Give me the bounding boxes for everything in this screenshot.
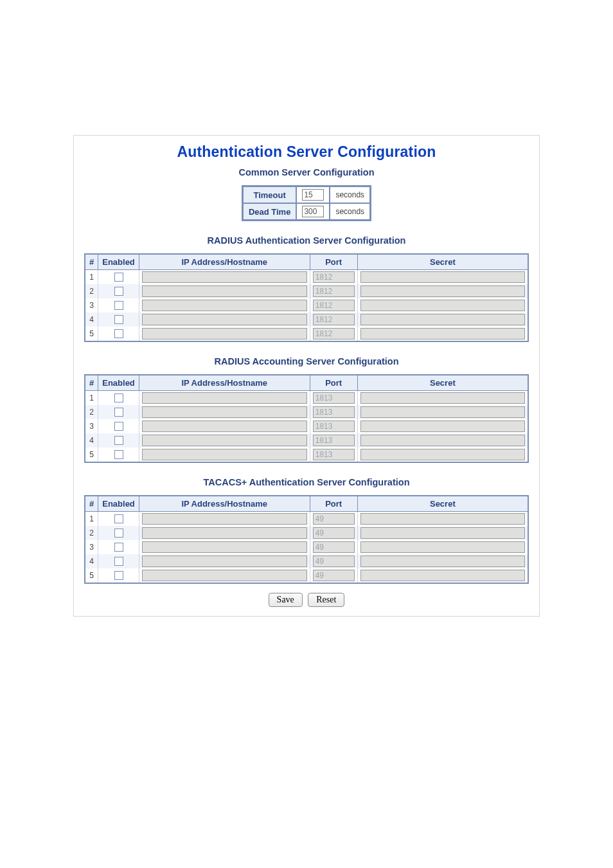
host-input[interactable] — [142, 285, 307, 297]
host-input[interactable] — [142, 300, 307, 311]
secret-input[interactable] — [360, 314, 525, 325]
port-input[interactable] — [313, 449, 355, 460]
tacacs_auth-title: TACACS+ Authentication Server Configurat… — [84, 477, 529, 487]
row-host-cell — [139, 270, 310, 284]
port-input[interactable] — [313, 541, 355, 553]
row-secret-cell — [358, 554, 528, 568]
common-row-unit: seconds — [330, 203, 370, 220]
host-input[interactable] — [142, 449, 307, 460]
port-input[interactable] — [313, 406, 355, 418]
row-enabled-cell — [98, 284, 139, 298]
secret-input[interactable] — [360, 392, 525, 404]
host-input[interactable] — [142, 406, 307, 418]
host-input[interactable] — [142, 420, 307, 432]
secret-input[interactable] — [360, 300, 525, 311]
host-input[interactable] — [142, 570, 307, 581]
enabled-checkbox[interactable] — [114, 301, 123, 310]
row-secret-cell — [358, 540, 528, 554]
host-input[interactable] — [142, 513, 307, 525]
secret-input[interactable] — [360, 449, 525, 460]
radius_auth-title: RADIUS Authentication Server Configurati… — [84, 235, 529, 246]
reset-button[interactable]: Reset — [308, 593, 344, 607]
host-input[interactable] — [142, 541, 307, 553]
host-input[interactable] — [142, 556, 307, 567]
secret-input[interactable] — [360, 527, 525, 539]
port-input[interactable] — [313, 300, 355, 311]
enabled-checkbox[interactable] — [114, 514, 123, 523]
row-port-cell — [310, 298, 358, 312]
enabled-checkbox[interactable] — [114, 571, 123, 580]
common-row: Timeoutseconds — [243, 186, 370, 203]
secret-input[interactable] — [360, 328, 525, 339]
enabled-checkbox[interactable] — [114, 450, 123, 459]
row-host-cell — [139, 284, 310, 298]
port-input[interactable] — [313, 527, 355, 539]
host-input[interactable] — [142, 392, 307, 404]
enabled-checkbox[interactable] — [114, 529, 123, 538]
common-value-input[interactable] — [302, 189, 324, 201]
row-port-cell — [310, 312, 358, 327]
table-row: 2 — [85, 526, 528, 540]
secret-input[interactable] — [360, 570, 525, 581]
port-input[interactable] — [313, 285, 355, 297]
table-row: 5 — [85, 568, 528, 583]
enabled-checkbox[interactable] — [114, 287, 123, 296]
row-index: 2 — [85, 526, 98, 540]
secret-input[interactable] — [360, 513, 525, 525]
row-enabled-cell — [98, 298, 139, 312]
port-input[interactable] — [313, 271, 355, 283]
table-row: 5 — [85, 448, 528, 462]
row-host-cell — [139, 554, 310, 568]
row-index: 3 — [85, 540, 98, 554]
table-row: 5 — [85, 327, 528, 341]
row-port-cell — [310, 526, 358, 540]
port-input[interactable] — [313, 314, 355, 325]
enabled-checkbox[interactable] — [114, 422, 123, 431]
host-input[interactable] — [142, 314, 307, 325]
enabled-checkbox[interactable] — [114, 557, 123, 566]
row-host-cell — [139, 298, 310, 312]
port-input[interactable] — [313, 570, 355, 581]
secret-input[interactable] — [360, 285, 525, 297]
col-host-header: IP Address/Hostname — [139, 496, 310, 512]
port-input[interactable] — [313, 556, 355, 567]
enabled-checkbox[interactable] — [114, 543, 123, 552]
port-input[interactable] — [313, 328, 355, 339]
radius_acct-title: RADIUS Accounting Server Configuration — [84, 356, 529, 366]
col-enabled-header: Enabled — [98, 375, 139, 391]
col-enabled-header: Enabled — [98, 496, 139, 512]
enabled-checkbox[interactable] — [114, 393, 123, 402]
row-enabled-cell — [98, 270, 139, 284]
row-secret-cell — [358, 312, 528, 327]
enabled-checkbox[interactable] — [114, 408, 123, 417]
common-row-unit: seconds — [330, 186, 370, 203]
row-port-cell — [310, 270, 358, 284]
host-input[interactable] — [142, 527, 307, 539]
secret-input[interactable] — [360, 556, 525, 567]
row-index: 4 — [85, 312, 98, 327]
row-enabled-cell — [98, 433, 139, 448]
row-port-cell — [310, 433, 358, 448]
secret-input[interactable] — [360, 435, 525, 446]
secret-input[interactable] — [360, 406, 525, 418]
host-input[interactable] — [142, 271, 307, 283]
enabled-checkbox[interactable] — [114, 315, 123, 324]
port-input[interactable] — [313, 392, 355, 404]
secret-input[interactable] — [360, 271, 525, 283]
common-value-input[interactable] — [302, 206, 324, 217]
port-input[interactable] — [313, 435, 355, 446]
row-host-cell — [139, 405, 310, 419]
port-input[interactable] — [313, 420, 355, 432]
host-input[interactable] — [142, 328, 307, 339]
host-input[interactable] — [142, 435, 307, 446]
enabled-checkbox[interactable] — [114, 273, 123, 282]
enabled-checkbox[interactable] — [114, 436, 123, 445]
secret-input[interactable] — [360, 420, 525, 432]
row-index: 2 — [85, 405, 98, 419]
secret-input[interactable] — [360, 541, 525, 553]
save-button[interactable]: Save — [269, 593, 303, 607]
row-port-cell — [310, 391, 358, 405]
table-row: 3 — [85, 419, 528, 433]
enabled-checkbox[interactable] — [114, 329, 123, 338]
port-input[interactable] — [313, 513, 355, 525]
